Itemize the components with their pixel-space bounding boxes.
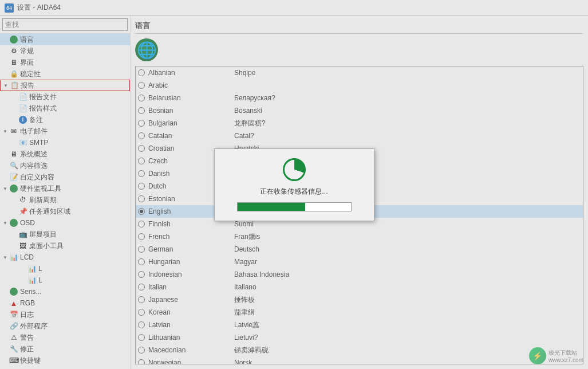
progress-bar-fill — [238, 203, 306, 211]
dialog-message: 正在收集传感器信息... — [260, 187, 327, 197]
progress-bar — [237, 202, 352, 211]
progress-dialog: 正在收集传感器信息... — [214, 148, 374, 221]
spinner-icon — [283, 158, 306, 181]
dialog-overlay: 正在收集传感器信息... — [0, 0, 588, 369]
